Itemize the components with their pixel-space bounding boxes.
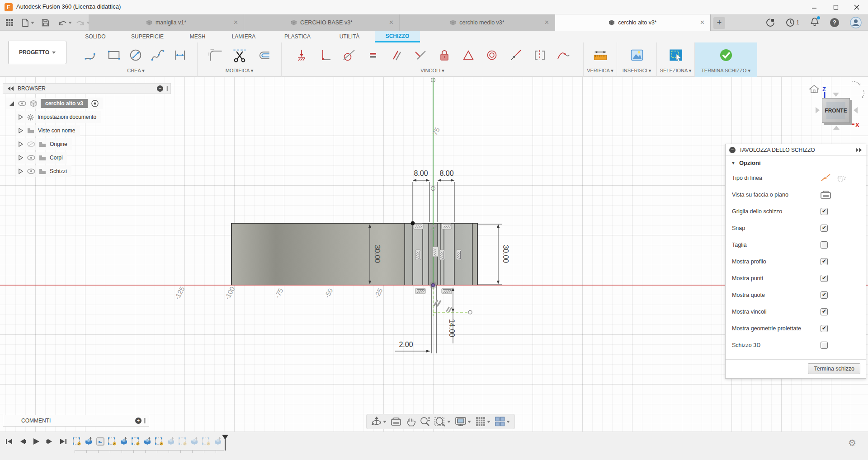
group-label-modifica[interactable]: MODIFICA ▾ [198,68,281,77]
checkbox-schizzo-3d[interactable] [821,342,828,349]
grid-and-snaps[interactable] [475,416,491,427]
go-to-end-icon[interactable] [60,438,67,445]
menu-tab-superficie[interactable]: SUPERFICIE [116,31,179,42]
group-label-termina-schizzo[interactable]: TERMINA SCHIZZO ▾ [695,68,757,77]
group-label-crea[interactable]: CREA ▾ [75,68,197,77]
dim-depth[interactable]: 14.00 [448,319,456,337]
coincident-constraint-icon[interactable] [295,48,308,62]
parallel-constraint-icon[interactable] [390,48,403,62]
dim-width-right[interactable]: 8.00 [439,169,453,177]
maximize-button[interactable] [826,0,846,14]
tab-close-icon[interactable]: ✕ [389,19,394,26]
midpoint-constraint-icon[interactable] [462,48,475,62]
dim-width-left[interactable]: 8.00 [414,169,428,177]
comments-panel-header[interactable]: COMMENTI + [3,415,149,427]
timeline-item-sketch[interactable] [131,437,140,446]
panel-drag-handle[interactable] [166,86,168,91]
activate-component-icon[interactable] [91,100,99,107]
browser-row-schizzi[interactable]: Schizzi [16,165,71,177]
collinear-constraint-icon[interactable] [509,48,523,62]
menu-tab-mesh[interactable]: MESH [179,31,217,42]
checkbox-mostra-punti[interactable] [821,275,828,282]
expander-closed-icon[interactable] [18,127,24,134]
group-label-inserisci[interactable]: INSERISCI ▾ [617,68,656,77]
help-icon[interactable]: ? [830,18,839,27]
timeline-item-extrude[interactable] [143,437,152,446]
collapse-panel-icon[interactable] [8,86,14,91]
timeline-item-sketch[interactable] [108,437,117,446]
timeline-item-sketch[interactable] [155,437,164,446]
viewcube-rotate-up-arrow[interactable] [833,93,839,97]
orbit-tool[interactable] [371,416,387,427]
redo-icon[interactable] [76,17,90,28]
new-tab-button[interactable]: + [713,17,725,29]
group-label-seleziona[interactable]: SELEZIONA ▾ [657,68,694,77]
look-at-tool[interactable] [391,417,401,426]
browser-row-corpi[interactable]: Corpi [16,152,67,164]
sketch-dimension-tool-icon[interactable] [172,47,188,63]
horizontal-vertical-constraint-icon[interactable] [318,48,332,62]
checkbox-snap[interactable] [821,225,828,232]
tab-cerchio-medio[interactable]: cerchio medio v3* ✕ [400,14,555,31]
checkbox-taglia[interactable] [821,241,828,249]
timeline-item-extrude[interactable] [213,437,222,446]
construction-line-icon[interactable] [821,174,831,182]
select-tool-icon[interactable] [668,47,684,63]
timeline-item-extrude[interactable] [119,437,128,446]
step-back-icon[interactable] [19,438,26,445]
step-forward-icon[interactable] [46,438,53,445]
extensions-icon[interactable] [766,18,775,27]
sketch-point[interactable] [411,221,415,225]
visibility-eye-icon[interactable] [27,169,35,174]
visibility-eye-icon[interactable] [27,155,35,160]
account-avatar[interactable] [850,17,862,28]
equal-constraint-icon[interactable] [366,48,380,62]
tab-cerchio-base[interactable]: CERCHIO BASE v3* ✕ [244,14,400,31]
browser-root-row[interactable]: cerchio alto v3 [6,98,103,109]
projected-geometry-icon[interactable] [837,174,847,182]
panel-drag-handle[interactable] [144,418,146,423]
dock-right-icon[interactable] [856,148,862,152]
spline-tool-icon[interactable] [150,47,165,63]
browser-panel-header[interactable]: BROWSER − [3,83,171,94]
tab-maniglia[interactable]: maniglia v1* ✕ [89,14,244,31]
viewcube-rotate-right-arrow[interactable] [854,107,858,113]
group-label-vincoli[interactable]: VINCOLI ▾ [282,68,583,77]
viewcube-rotate-left-arrow[interactable] [816,107,820,113]
look-at-face-icon[interactable] [821,191,831,199]
menu-tab-utilita[interactable]: UTILITÀ [324,31,375,42]
checkbox-mostra-geometrie-proiettate[interactable] [821,325,828,332]
app-grid-icon[interactable] [5,17,14,28]
palette-collapse-icon[interactable]: − [729,147,736,153]
undo-icon[interactable] [58,17,72,28]
menu-tab-solido[interactable]: SOLIDO [75,31,116,42]
zoom-tool[interactable] [420,416,430,427]
offset-tool-icon[interactable] [255,47,270,63]
file-menu-icon[interactable] [22,17,34,28]
close-button[interactable] [846,0,867,14]
concentric-constraint-icon[interactable] [485,48,499,62]
group-label-verifica[interactable]: VERIFICA ▾ [584,68,617,77]
rectangle-tool-icon[interactable] [106,47,122,63]
timeline-item-extrude[interactable] [166,437,175,446]
finish-sketch-check-icon[interactable] [718,47,734,63]
menu-tab-lamiera[interactable]: LAMIERA [217,31,271,42]
dim-height-right[interactable]: 30.00 [502,245,509,263]
display-settings[interactable] [455,416,471,427]
viewports[interactable] [495,416,510,427]
visibility-off-eye-icon[interactable] [27,141,35,147]
curvature-constraint-icon[interactable] [557,48,570,62]
timeline-item-sketch[interactable] [202,437,211,446]
project-menu-button[interactable]: PROGETTO [8,41,66,64]
tab-close-icon[interactable]: ✕ [700,19,705,26]
dim-height-left[interactable]: 30.00 [373,245,381,263]
viewcube-front-face[interactable]: FRONTE [822,98,850,123]
timeline-item-extrude[interactable] [190,437,199,446]
trim-tool-icon[interactable] [232,47,247,63]
measure-tool-icon[interactable] [593,47,608,63]
zoom-window-tool[interactable] [434,416,451,427]
tangent-constraint-icon[interactable] [342,48,356,62]
expander-open-icon[interactable] [8,100,14,107]
expander-closed-icon[interactable] [18,141,24,147]
tab-close-icon[interactable]: ✕ [233,19,238,26]
